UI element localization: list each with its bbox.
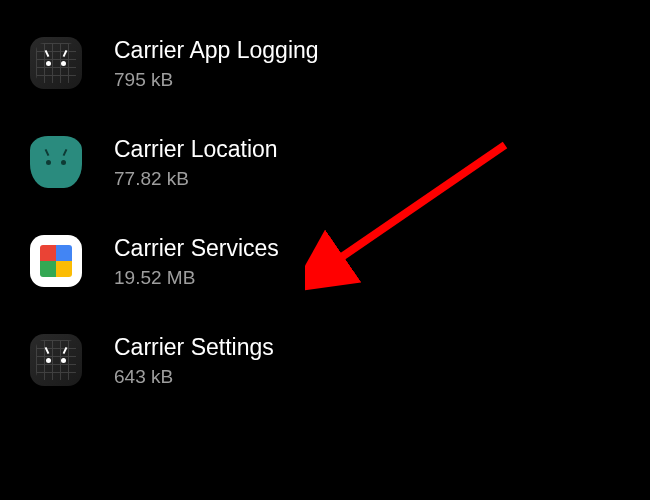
app-size-label: 795 kB — [114, 69, 319, 91]
app-name-label: Carrier App Logging — [114, 36, 319, 66]
app-size-label: 643 kB — [114, 366, 274, 388]
android-grid-icon — [30, 37, 82, 89]
play-services-icon — [30, 235, 82, 287]
app-item-carrier-app-logging[interactable]: Carrier App Logging 795 kB — [0, 14, 650, 113]
app-name-label: Carrier Location — [114, 135, 278, 165]
app-item-carrier-settings[interactable]: Carrier Settings 643 kB — [0, 311, 650, 410]
app-name-label: Carrier Settings — [114, 333, 274, 363]
app-item-carrier-services[interactable]: Carrier Services 19.52 MB — [0, 212, 650, 311]
app-size-label: 19.52 MB — [114, 267, 279, 289]
android-teal-icon — [30, 136, 82, 188]
app-text: Carrier App Logging 795 kB — [114, 36, 319, 91]
android-grid-icon — [30, 334, 82, 386]
app-list: Carrier App Logging 795 kB Carrier Locat… — [0, 0, 650, 410]
app-text: Carrier Location 77.82 kB — [114, 135, 278, 190]
app-text: Carrier Services 19.52 MB — [114, 234, 279, 289]
app-name-label: Carrier Services — [114, 234, 279, 264]
app-item-carrier-location[interactable]: Carrier Location 77.82 kB — [0, 113, 650, 212]
app-text: Carrier Settings 643 kB — [114, 333, 274, 388]
app-size-label: 77.82 kB — [114, 168, 278, 190]
